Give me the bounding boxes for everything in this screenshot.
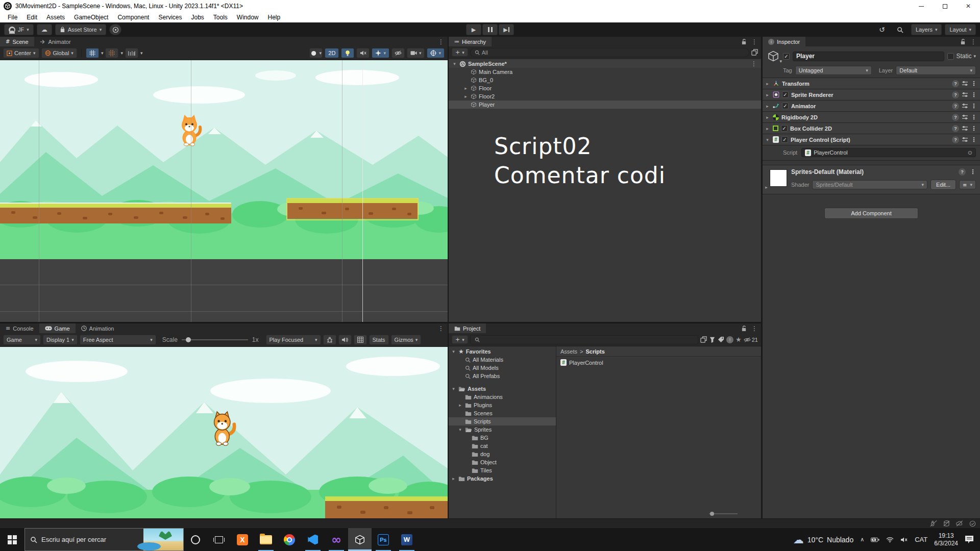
static-checkbox[interactable] <box>947 53 954 60</box>
start-button[interactable] <box>0 528 24 551</box>
component-menu-icon[interactable]: ⋮ <box>971 125 977 132</box>
panel-menu-icon[interactable]: ⋮ <box>438 325 444 332</box>
help-icon[interactable]: ? <box>952 136 959 143</box>
presets-icon[interactable] <box>962 114 968 120</box>
material-expander[interactable]: ▸ <box>764 185 769 190</box>
expander-open-icon[interactable]: ▾ <box>765 137 770 142</box>
hierarchy-item-bg-0[interactable]: BG_0 <box>449 76 761 84</box>
project-tree-item-all-prefabs[interactable]: All Prefabs <box>449 372 556 380</box>
aspect-dropdown[interactable]: Free Aspect▾ <box>80 335 156 345</box>
hierarchy-item-floor[interactable]: ▸Floor <box>449 84 761 92</box>
script-object-field[interactable]: # PlayerControl ⊙ <box>801 148 976 157</box>
component-box-collider-2d[interactable]: ▸✓Box Collider 2D?⋮ <box>763 123 980 134</box>
game-target-dropdown[interactable]: Game▾ <box>3 335 41 345</box>
camera-settings-dropdown[interactable]: ▾ <box>407 48 425 58</box>
component-menu-icon[interactable]: ⋮ <box>971 80 977 87</box>
lock-icon[interactable] <box>741 39 747 45</box>
tab-console[interactable]: ≡ Console <box>0 323 39 333</box>
panel-menu-icon[interactable]: ⋮ <box>751 325 757 332</box>
snap-grid-button[interactable] <box>105 48 118 58</box>
object-picker-icon[interactable]: ⊙ <box>968 149 972 156</box>
hidden-count-badge[interactable]: 21 <box>744 337 758 343</box>
expander-open-icon[interactable]: ▾ <box>451 386 456 391</box>
pause-button[interactable] <box>482 24 498 35</box>
expander-closed-icon[interactable]: ▸ <box>451 476 456 481</box>
shading-mode-dropdown[interactable]: ▾ <box>309 48 323 58</box>
window-minimize-button[interactable] <box>910 0 933 12</box>
hidden-icons-chevron[interactable]: ∧ <box>860 536 864 543</box>
menu-component[interactable]: Component <box>113 14 154 21</box>
help-icon[interactable]: ? <box>959 168 966 176</box>
expander-closed-icon[interactable]: ▸ <box>463 94 469 99</box>
hierarchy-item-player[interactable]: Player <box>449 101 761 109</box>
component-rigidbody-2d[interactable]: ▸Rigidbody 2D?⋮ <box>763 112 980 123</box>
collab-offline-icon[interactable] <box>930 520 937 527</box>
breadcrumb-assets[interactable]: Assets <box>560 348 577 355</box>
cloud-button[interactable]: ☁ <box>37 24 52 35</box>
taskbar-search-input[interactable]: Escriu aquí per cercar <box>24 528 184 551</box>
cloud-offline-icon[interactable] <box>956 520 963 527</box>
taskbar-app-word[interactable]: W <box>395 528 419 551</box>
create-add-button[interactable]: +▾ <box>452 335 468 344</box>
panel-menu-icon[interactable]: ⋮ <box>751 38 757 45</box>
zoom-slider-knob[interactable] <box>710 512 714 516</box>
chevron-down-icon[interactable]: ▾ <box>973 54 976 59</box>
shader-edit-button[interactable]: Edit... <box>930 180 956 190</box>
search-by-type-icon[interactable] <box>709 336 716 343</box>
tab-animator[interactable]: Animator <box>34 37 77 46</box>
vsync-button[interactable] <box>354 335 367 345</box>
chevron-down-icon[interactable]: ▾ <box>101 51 104 56</box>
shader-dropdown[interactable]: Sprites/Default▾ <box>812 180 927 189</box>
project-tree-item-dog[interactable]: dog <box>449 450 556 458</box>
cache-server-offline-icon[interactable] <box>943 520 950 527</box>
hierarchy-item-floor2[interactable]: ▸Floor2 <box>449 92 761 101</box>
background-tasks-ok-icon[interactable] <box>969 520 976 527</box>
expander-closed-icon[interactable]: ▸ <box>765 126 770 131</box>
weather-widget[interactable]: ☁ 10°C Nublado <box>793 535 853 545</box>
taskbar-app-xampp[interactable]: X <box>231 528 254 551</box>
presets-icon[interactable] <box>962 103 968 109</box>
tool-handle-rotation-dropdown[interactable]: Global▾ <box>41 48 77 58</box>
menu-file[interactable]: File <box>3 14 22 21</box>
tab-animation[interactable]: Animation <box>76 323 120 333</box>
component-enabled-checkbox[interactable]: ✓ <box>782 103 789 109</box>
menu-jobs[interactable]: Jobs <box>186 14 208 21</box>
tab-inspector[interactable]: i Inspector <box>763 37 805 46</box>
search-button[interactable] <box>893 24 908 35</box>
project-tree-item-object[interactable]: Object <box>449 458 556 466</box>
undo-history-button[interactable]: ↺ <box>874 24 890 35</box>
hierarchy-search-input[interactable]: All <box>470 48 749 57</box>
expander-closed-icon[interactable]: ▸ <box>765 115 770 120</box>
layer-dropdown[interactable]: Default▾ <box>896 66 976 75</box>
expander-closed-icon[interactable]: ▸ <box>765 104 770 109</box>
chevron-down-icon[interactable]: ▾ <box>120 51 123 56</box>
tab-scene[interactable]: # Scene <box>0 37 34 46</box>
menu-assets[interactable]: Assets <box>42 14 69 21</box>
component-animator[interactable]: ▸✓Animator?⋮ <box>763 101 980 112</box>
scene-effects-dropdown[interactable]: ▾ <box>372 48 389 58</box>
create-add-button[interactable]: +▾ <box>452 48 468 57</box>
project-file-playercontrol[interactable]: #PlayerControl <box>556 358 761 367</box>
expander-open-icon[interactable]: ▾ <box>457 427 463 432</box>
grid-visibility-button[interactable] <box>86 48 99 58</box>
component-menu-icon[interactable]: ⋮ <box>971 136 977 143</box>
component-menu-icon[interactable]: ⋮ <box>971 103 977 110</box>
hierarchy-item-main-camera[interactable]: Main Camera <box>449 68 761 76</box>
tab-game[interactable]: Game <box>39 323 76 333</box>
layout-dropdown[interactable]: Layout▾ <box>945 24 976 35</box>
gizmos-visibility-dropdown[interactable]: ▾ <box>427 48 445 58</box>
expander-closed-icon[interactable]: ▸ <box>765 81 770 86</box>
component-menu-icon[interactable]: ⋮ <box>971 91 977 98</box>
lock-icon[interactable] <box>960 39 966 45</box>
scene-menu-icon[interactable]: ⋮ <box>751 60 761 67</box>
menu-help[interactable]: Help <box>263 14 285 21</box>
window-close-button[interactable]: ✕ <box>957 0 980 12</box>
material-preview-swatch[interactable] <box>770 169 787 187</box>
clock[interactable]: 19:13 6/3/2024 <box>934 532 958 547</box>
help-icon[interactable]: ? <box>952 80 959 87</box>
taskbar-app-taskview[interactable] <box>207 528 231 551</box>
scale-slider[interactable] <box>182 339 248 340</box>
tab-project[interactable]: Project <box>449 323 486 333</box>
menu-gameobject[interactable]: GameObject <box>69 14 113 21</box>
help-icon[interactable]: ? <box>952 114 959 121</box>
